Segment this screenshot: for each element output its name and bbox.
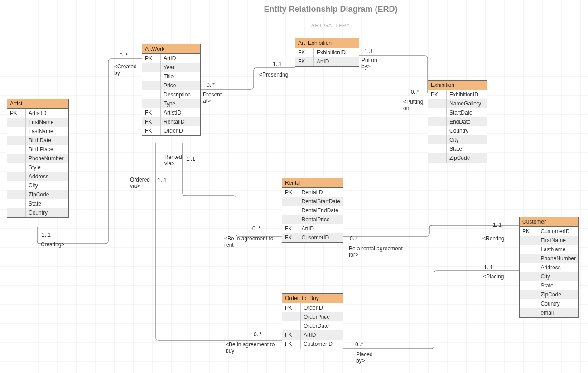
field-key xyxy=(428,126,447,135)
field-row: RentalStartDate xyxy=(282,197,343,206)
field-name: ArtID xyxy=(299,224,343,233)
field-row: FKArtistID xyxy=(142,108,200,117)
field-key xyxy=(520,263,538,272)
card-ordered-via: 1..1 xyxy=(158,177,167,183)
field-row: StartDate xyxy=(428,108,487,117)
entity-header: Art_Exhibition xyxy=(295,38,359,48)
field-name: ZipCode xyxy=(447,153,487,163)
entity-fields: FKExhibitionIDFKArtID xyxy=(295,48,359,66)
field-row: PKCustomerID xyxy=(520,227,578,236)
field-key xyxy=(520,236,538,245)
field-name: State xyxy=(26,199,69,208)
rel-agree-buy: <Be in agreement to buy xyxy=(226,341,275,354)
field-name: Title xyxy=(161,72,201,81)
entity-exhibition[interactable]: Exhibition PKExhibitionIDNameGalleryStar… xyxy=(428,80,487,163)
entity-fields: PKCustomerIDFirstNameLastNamePhoneNumber… xyxy=(520,227,578,317)
field-key xyxy=(520,245,538,254)
field-key xyxy=(7,118,26,127)
field-key xyxy=(7,190,26,199)
field-name: StartDate xyxy=(447,108,487,117)
field-name: OrderPrice xyxy=(301,312,343,321)
field-row: email xyxy=(520,308,578,317)
field-name: email xyxy=(538,308,578,317)
field-name: OrderID xyxy=(161,126,201,135)
field-name: ArtID xyxy=(161,54,201,63)
entity-order-to-buy[interactable]: Order_to_Buy PKOrderIDOrderPriceOrderDat… xyxy=(282,293,343,349)
entity-fields: PKArtIDYearTitlePriceDescriptionTypeFKAr… xyxy=(142,54,200,135)
field-key: FK xyxy=(295,57,314,66)
field-key xyxy=(520,281,538,290)
field-row: RentalPrice xyxy=(282,215,343,224)
diagram-title: Entity Relationship Diagram (ERD) xyxy=(217,5,444,14)
field-name: State xyxy=(538,281,578,290)
field-key xyxy=(7,163,26,172)
field-key: FK xyxy=(142,126,161,135)
entity-customer[interactable]: Customer PKCustomerIDFirstNameLastNamePh… xyxy=(519,217,579,318)
entity-rental[interactable]: Rental PKRentalIDRentalStartDateRentalEn… xyxy=(282,178,343,243)
field-key xyxy=(428,135,447,144)
entity-header: Exhibition xyxy=(428,81,487,90)
rel-present-at: Present at> xyxy=(203,91,222,104)
field-name: PhoneNumber xyxy=(538,254,578,263)
field-name: OrderID xyxy=(301,303,343,312)
field-key xyxy=(7,172,26,181)
field-key xyxy=(520,290,538,299)
rel-placing: <Placing xyxy=(483,273,504,280)
card-present-at: 0..* xyxy=(207,82,215,88)
rel-agree-rent: <Be in agreement to rent xyxy=(224,235,273,248)
rel-put-on-by: Put on by> xyxy=(361,57,377,70)
field-row: State xyxy=(7,199,68,208)
field-row: State xyxy=(520,281,578,290)
field-name: CustomerID xyxy=(301,340,343,349)
field-key xyxy=(428,153,447,163)
field-row: Description xyxy=(142,90,200,99)
entity-art-exhibition[interactable]: Art_Exhibition FKExhibitionIDFKArtID xyxy=(295,38,359,67)
diagram-subtitle: ART GALLERY xyxy=(217,23,444,28)
field-row: PhoneNumber xyxy=(7,154,68,163)
field-key xyxy=(282,206,299,215)
rel-creating: Creating> xyxy=(41,241,64,248)
field-row: NameGallery xyxy=(428,99,487,108)
field-name: BirthPlace xyxy=(26,145,69,154)
field-name: LastName xyxy=(26,127,69,136)
field-name: City xyxy=(538,272,578,281)
field-row: Title xyxy=(142,72,200,81)
field-name: Country xyxy=(447,126,487,135)
field-name: ArtistID xyxy=(26,109,69,118)
card-placed-by: 0..* xyxy=(355,341,363,348)
rel-rented-via: Rented via> xyxy=(164,154,182,167)
field-key xyxy=(7,154,26,163)
field-row: PKOrderID xyxy=(282,303,343,312)
field-row: FKExhibitionID xyxy=(295,48,359,57)
field-key: PK xyxy=(142,54,161,63)
field-key: FK xyxy=(282,233,299,242)
field-name: Price xyxy=(161,81,201,90)
field-key xyxy=(520,254,538,263)
field-key: FK xyxy=(282,330,301,340)
rel-created-by: <Created by xyxy=(114,63,137,76)
field-row: FKArtID xyxy=(282,224,343,233)
field-key xyxy=(520,308,538,317)
field-name: LastName xyxy=(538,245,578,254)
field-name: ExhibitionID xyxy=(447,90,487,99)
entity-artist[interactable]: Artist PKArtistIDFirstNameLastNameBirthD… xyxy=(7,99,69,218)
field-name: Description xyxy=(161,90,201,99)
entity-artwork[interactable]: ArtWork PKArtIDYearTitlePriceDescription… xyxy=(142,44,201,136)
field-row: FKCusomerID xyxy=(282,233,343,242)
field-row: FKRentalID xyxy=(142,117,200,126)
field-row: City xyxy=(428,135,487,144)
card-agree-rent: 0..* xyxy=(252,225,260,232)
field-key: PK xyxy=(282,303,301,312)
entity-fields: PKRentalIDRentalStartDateRentalEndDateRe… xyxy=(282,188,343,242)
rel-putting-on: <Putting on xyxy=(403,99,423,111)
field-name: NameGallery xyxy=(447,99,487,108)
card-putting-on: 0..* xyxy=(411,89,419,95)
field-key: FK xyxy=(142,117,161,126)
field-key: FK xyxy=(282,224,299,233)
field-key xyxy=(7,181,26,190)
card-renting: 1..1 xyxy=(493,222,502,228)
field-key: FK xyxy=(282,340,301,349)
card-rented-via: 1..1 xyxy=(186,156,195,162)
field-name: Country xyxy=(26,208,69,217)
entity-header: Rental xyxy=(282,178,343,188)
